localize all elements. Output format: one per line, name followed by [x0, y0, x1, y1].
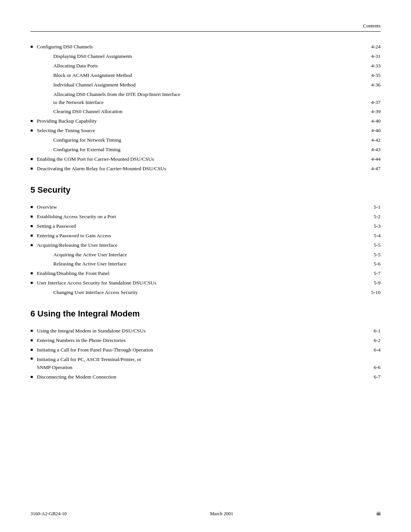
dots — [209, 264, 363, 264]
entry-text: Acquiring/Releasing the User Interface — [37, 241, 199, 249]
bullet-icon: ■ — [30, 242, 33, 248]
page-number: 4-24 — [365, 43, 381, 51]
dots — [201, 47, 363, 47]
dots — [209, 56, 363, 57]
bullet-icon: ■ — [30, 118, 33, 124]
entry-text: Initiating a Call for Front Panel Pass-T… — [37, 346, 199, 354]
toc-entry: Clearing DS0 Channel Allocation4-39 — [30, 108, 381, 116]
dots — [209, 255, 363, 255]
page-number: 4-31 — [365, 53, 381, 61]
dots — [201, 236, 363, 236]
dots — [201, 367, 363, 368]
page-number: 5-7 — [365, 270, 381, 278]
page-number: 5-9 — [365, 279, 381, 287]
page-number: 6-6 — [365, 364, 381, 372]
dots — [209, 66, 363, 66]
page-number: 4-42 — [365, 136, 381, 144]
page-footer: 3160-A2-GB24-10 March 2001 iii — [30, 511, 381, 517]
bullet-icon: ■ — [30, 165, 33, 172]
entry-text-line1: Allocating DS0 Channels from the DTE Dro… — [53, 91, 381, 99]
dots — [209, 75, 363, 76]
bullet-icon: ■ — [30, 270, 33, 276]
entry-text: Setting a Password — [37, 222, 199, 230]
page-number: 5-6 — [365, 260, 381, 268]
bullet-icon: ■ — [30, 374, 33, 380]
dots — [209, 140, 363, 141]
page-number: 5-5 — [365, 241, 381, 249]
entry-text: Displaying DS0 Channel Assignments — [53, 53, 207, 61]
header-label: Contents — [363, 23, 381, 29]
bullet-icon: ■ — [30, 337, 33, 343]
dots — [201, 350, 363, 350]
chapter-heading: 6 Using the Integral Modem — [30, 309, 381, 319]
entry-text: Individual Channel Assignment Method — [53, 81, 207, 89]
toc-entry: ■Entering a Password to Gain Access5-4 — [30, 232, 381, 240]
toc-entry: Displaying DS0 Channel Assignments4-31 — [30, 53, 381, 61]
page-number: 5-4 — [365, 232, 381, 240]
entry-text: Acquiring the Active User Interface — [53, 251, 207, 259]
page-number: 6-4 — [365, 346, 381, 354]
entry-text: Configuring DS0 Channels — [37, 43, 199, 51]
toc-section: 6 Using the Integral Modem■Using the Int… — [30, 309, 381, 381]
bullet-icon: ■ — [30, 43, 33, 50]
toc-section: 5 Security■Overview5-1■Establishing Acce… — [30, 185, 381, 297]
entry-text: Entering a Password to Gain Access — [37, 232, 199, 240]
toc-entry: ■Setting a Password5-3 — [30, 222, 381, 230]
page-number: 5-2 — [365, 213, 381, 221]
page-number: 4-43 — [365, 146, 381, 154]
bullet-icon: ■ — [30, 328, 33, 334]
toc-entry: ■Acquiring/Releasing the User Interface5… — [30, 241, 381, 249]
entry-text: Clearing DS0 Channel Allocation — [53, 108, 207, 116]
footer-center: March 2001 — [210, 511, 233, 517]
page-number: 4-40 — [365, 117, 381, 125]
toc-entry: ■Initiating a Call for Front Panel Pass-… — [30, 346, 381, 354]
dots — [201, 331, 363, 331]
dots — [201, 226, 363, 227]
footer-left: 3160-A2-GB24-10 — [30, 511, 67, 517]
entry-text-line1: Initiating a Call for PC, ASCII Terminal… — [37, 356, 381, 364]
bullet-icon: ■ — [30, 347, 33, 353]
entry-text: Enabling/Disabling the Front Panel — [37, 270, 199, 278]
page-number: 6-1 — [365, 327, 381, 335]
dots — [201, 273, 363, 274]
entry-text: User Interface Access Security for Stand… — [37, 279, 199, 287]
entry-text: Configuring for External Timing — [53, 146, 207, 154]
entry-text: Releasing the Active User Interface — [53, 260, 207, 268]
dots — [201, 131, 363, 131]
dots — [201, 283, 363, 283]
toc-entry: Individual Channel Assignment Method4-36 — [30, 81, 381, 89]
toc-entry: ■Establishing Access Security on a Port5… — [30, 213, 381, 221]
toc-entry: Allocating Data Ports4-33 — [30, 62, 381, 70]
page-number: 4-37 — [365, 99, 381, 107]
toc-entry: ■Overview5-1 — [30, 203, 381, 211]
dots — [201, 217, 363, 217]
page-number: 6-2 — [365, 337, 381, 345]
bullet-icon: ■ — [30, 213, 33, 220]
bullet-icon: ■ — [30, 232, 33, 239]
chapter-heading: 5 Security — [30, 185, 381, 195]
dots — [201, 159, 363, 160]
toc-entry: ■Providing Backup Capability4-40 — [30, 117, 381, 125]
toc-entry: Allocating DS0 Channels from the DTE Dro… — [30, 91, 381, 107]
dots — [201, 377, 363, 377]
entry-text: Disconnecting the Modem Connection — [37, 373, 199, 381]
toc-entry: Acquiring the Active User Interface5-5 — [30, 251, 381, 259]
toc-entry: ■Enabling the COM Port for Carrier-Mount… — [30, 155, 381, 163]
entry-text: Overview — [37, 203, 199, 211]
entry-text: Establishing Access Security on a Port — [37, 213, 199, 221]
dots — [209, 85, 363, 85]
bullet-icon: ■ — [30, 280, 33, 286]
toc-entry: Releasing the Active User Interface5-6 — [30, 260, 381, 268]
toc-entry: Configuring for Network Timing4-42 — [30, 136, 381, 144]
page-number: 4-40 — [365, 127, 381, 135]
entry-text: Selecting the Timing Source — [37, 127, 199, 135]
page-number: 5-3 — [365, 222, 381, 230]
dots — [209, 112, 363, 112]
dots — [201, 169, 363, 169]
page-number: 4-44 — [365, 155, 381, 163]
page-number: 5-5 — [365, 251, 381, 259]
entry-text: Allocating Data Ports — [53, 62, 207, 70]
page-number: 4-36 — [365, 81, 381, 89]
entry-text: Block or ACAMI Assignment Method — [53, 72, 207, 80]
footer-right: iii — [377, 511, 381, 517]
